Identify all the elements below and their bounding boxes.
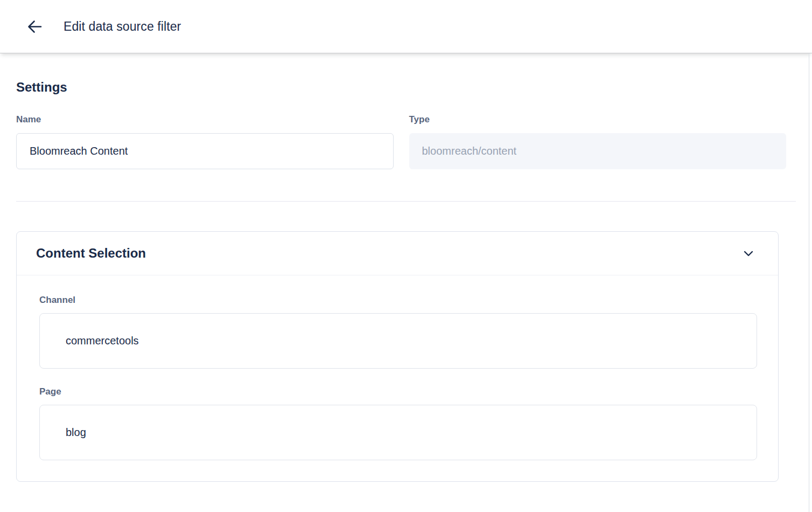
channel-picker-box[interactable]: commercetools	[39, 313, 757, 369]
content-selection-heading: Content Selection	[36, 246, 146, 261]
content-selection-panel: Content Selection Channel commercetools …	[16, 231, 779, 482]
name-field-label: Name	[16, 114, 394, 125]
page-title: Edit data source filter	[64, 19, 181, 34]
collapse-panel-button[interactable]	[740, 245, 757, 261]
main-content: Settings Name Type Content Selection	[0, 54, 812, 512]
page-field-label: Page	[39, 386, 756, 397]
chevron-down-icon	[741, 246, 756, 261]
page-header: Edit data source filter	[0, 0, 812, 53]
name-field: Name	[16, 114, 394, 169]
back-button[interactable]	[25, 17, 44, 36]
type-input	[409, 133, 787, 169]
page-selected-value: blog	[66, 426, 86, 439]
type-field: Type	[409, 114, 787, 169]
settings-fields-row: Name Type	[16, 114, 786, 169]
type-field-label: Type	[409, 114, 787, 125]
content-selection-panel-body: Channel commercetools Page blog	[17, 275, 778, 481]
section-divider	[16, 201, 796, 202]
channel-selected-value: commercetools	[66, 335, 139, 347]
arrow-left-icon	[26, 18, 44, 36]
settings-heading: Settings	[16, 80, 796, 95]
page-picker-box[interactable]: blog	[39, 405, 757, 460]
channel-field: Channel commercetools	[39, 295, 756, 369]
channel-field-label: Channel	[39, 295, 756, 306]
page-field: Page blog	[39, 386, 756, 460]
content-selection-panel-header[interactable]: Content Selection	[17, 232, 778, 275]
name-input[interactable]	[16, 133, 394, 169]
scroll-area-border	[809, 53, 809, 512]
